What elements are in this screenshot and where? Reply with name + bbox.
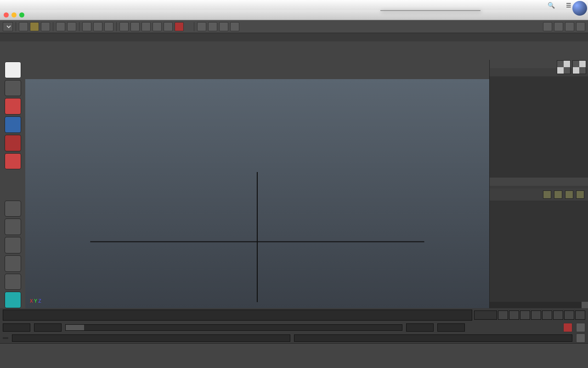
layout-1-icon[interactable] bbox=[543, 22, 552, 31]
minimize-window[interactable] bbox=[11, 12, 17, 17]
layer-icon-2[interactable] bbox=[554, 190, 562, 199]
scale-tool[interactable] bbox=[5, 153, 21, 170]
layout-four[interactable] bbox=[5, 218, 21, 235]
panel-toolbar bbox=[25, 68, 489, 79]
script-lang-label[interactable] bbox=[3, 337, 8, 339]
edit-uv-menu bbox=[380, 10, 481, 11]
select-tool[interactable] bbox=[5, 62, 21, 78]
layout-2-icon[interactable] bbox=[554, 22, 563, 31]
sidebar-toggle-icon[interactable] bbox=[576, 22, 585, 31]
uv-checker2-icon[interactable] bbox=[572, 60, 586, 74]
command-input[interactable] bbox=[12, 334, 290, 342]
step-fwd-icon[interactable] bbox=[553, 310, 563, 320]
command-output bbox=[294, 334, 572, 342]
layer-icon-3[interactable] bbox=[565, 190, 573, 199]
viewport-persp[interactable]: X Y Z bbox=[25, 79, 489, 308]
play-back-icon[interactable] bbox=[531, 310, 541, 320]
play-fwd-icon[interactable] bbox=[542, 310, 552, 320]
layout-outliner[interactable] bbox=[5, 237, 21, 253]
layer-icon-1[interactable] bbox=[543, 190, 551, 199]
current-time-field[interactable] bbox=[474, 310, 497, 320]
panel-menu bbox=[25, 60, 489, 68]
uv-checker-icon[interactable] bbox=[557, 60, 571, 74]
shelf bbox=[0, 41, 588, 60]
lasso-tool[interactable] bbox=[5, 80, 21, 97]
snap-plane-icon[interactable] bbox=[153, 22, 162, 31]
range-bar[interactable] bbox=[65, 324, 402, 331]
paint-icon[interactable] bbox=[104, 22, 113, 31]
autokey-icon[interactable] bbox=[563, 323, 572, 332]
layout-persp[interactable] bbox=[5, 255, 21, 272]
step-back-icon[interactable] bbox=[520, 310, 530, 320]
save-scene-icon[interactable] bbox=[41, 22, 50, 31]
ipr-icon[interactable] bbox=[208, 22, 217, 31]
redo-icon[interactable] bbox=[67, 22, 76, 31]
range-start-field[interactable] bbox=[34, 323, 62, 332]
render-settings-icon[interactable] bbox=[219, 22, 228, 31]
goto-start-icon[interactable] bbox=[498, 310, 508, 320]
view-cube[interactable] bbox=[572, 1, 587, 16]
command-line bbox=[0, 333, 588, 343]
range-end-field[interactable] bbox=[406, 323, 434, 332]
snap-curve-icon[interactable] bbox=[130, 22, 140, 31]
lasso-icon[interactable] bbox=[93, 22, 102, 31]
snap-live-icon[interactable] bbox=[164, 22, 173, 31]
step-fwd-key-icon[interactable] bbox=[564, 310, 574, 320]
render-view-icon[interactable] bbox=[230, 22, 239, 31]
step-back-key-icon[interactable] bbox=[509, 310, 519, 320]
magnet-icon[interactable] bbox=[175, 22, 184, 31]
status-line bbox=[0, 20, 588, 33]
move-tool[interactable] bbox=[5, 116, 21, 133]
mac-menubar: 🔍 ☰ bbox=[0, 0, 588, 10]
snap-grid-icon[interactable] bbox=[119, 22, 129, 31]
help-line bbox=[0, 343, 588, 352]
module-selector[interactable] bbox=[3, 22, 13, 31]
select-icon[interactable] bbox=[82, 22, 91, 31]
paint-select-tool[interactable] bbox=[5, 98, 21, 115]
shelf-tabs bbox=[0, 33, 588, 41]
checker-icons bbox=[557, 60, 586, 74]
layout-3-icon[interactable] bbox=[565, 22, 574, 31]
window-titlebar bbox=[0, 10, 588, 20]
channel-box-panel bbox=[489, 60, 588, 308]
snap-point-icon[interactable] bbox=[141, 22, 151, 31]
open-scene-icon[interactable] bbox=[30, 22, 39, 31]
layer-icon-4[interactable] bbox=[576, 190, 584, 199]
range-slider[interactable] bbox=[0, 322, 588, 333]
prefs-icon[interactable] bbox=[576, 323, 585, 332]
new-scene-icon[interactable] bbox=[19, 22, 28, 31]
scrollbar-thumb[interactable] bbox=[582, 302, 588, 308]
anim-start-field[interactable] bbox=[3, 323, 30, 332]
anim-end-field[interactable] bbox=[437, 323, 465, 332]
script-editor-icon[interactable] bbox=[576, 334, 585, 343]
menu-icon[interactable]: ☰ bbox=[566, 2, 571, 9]
zoom-window[interactable] bbox=[19, 12, 24, 17]
layout-script[interactable] bbox=[5, 274, 21, 290]
goto-end-icon[interactable] bbox=[575, 310, 585, 320]
close-window[interactable] bbox=[4, 12, 9, 17]
toolbox bbox=[0, 60, 25, 308]
maya-logo-icon[interactable] bbox=[5, 292, 21, 308]
view-axis-icon: X Y Z bbox=[30, 299, 41, 304]
layout-single[interactable] bbox=[5, 201, 21, 217]
render-icon[interactable] bbox=[197, 22, 206, 31]
time-slider[interactable] bbox=[0, 308, 588, 322]
rotate-tool[interactable] bbox=[5, 135, 21, 151]
search-icon[interactable]: 🔍 bbox=[548, 2, 555, 9]
undo-icon[interactable] bbox=[56, 22, 65, 31]
